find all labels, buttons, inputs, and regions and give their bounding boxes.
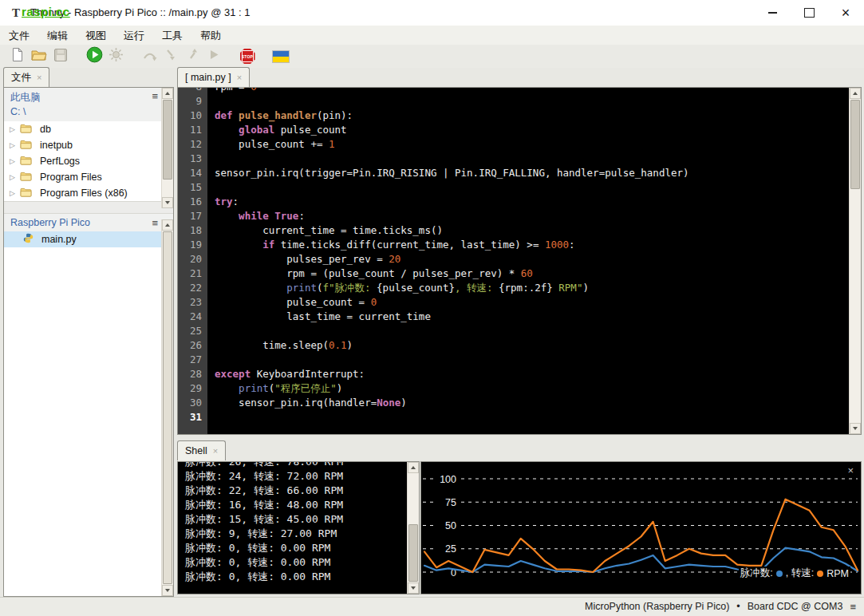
expand-triangle-icon[interactable]: ▷ (10, 173, 20, 181)
step-out-icon (186, 48, 199, 65)
files-scrollbar[interactable] (161, 88, 173, 208)
step-over-button[interactable] (140, 47, 159, 66)
run-script-button[interactable] (85, 47, 104, 66)
line-number: 19 (178, 239, 207, 253)
debug-script-button[interactable] (106, 47, 125, 66)
menu-item-2[interactable]: 编辑 (38, 26, 77, 46)
current-path[interactable]: C: \ (4, 105, 173, 121)
close-button[interactable]: × (827, 0, 864, 26)
save-file-button[interactable] (51, 47, 70, 66)
port-status[interactable]: Board CDC @ COM3 (748, 598, 843, 616)
menu-item-5[interactable]: 工具 (153, 26, 191, 46)
menu-item-3[interactable]: 视图 (77, 26, 115, 46)
files-tab[interactable]: 文件 × (3, 67, 49, 87)
code-line-21[interactable]: rpm = (pulse_count / pulses_per_rev) * 6… (207, 267, 848, 282)
file-name: main.py (41, 234, 77, 245)
code-line-31[interactable] (207, 411, 848, 425)
new-file-button[interactable] (8, 47, 27, 66)
folder-row-perflogs[interactable]: ▷PerfLogs (4, 153, 173, 169)
scroll-up-icon[interactable] (162, 88, 173, 99)
shell-tab[interactable]: Shell × (177, 440, 226, 460)
scroll-up-icon[interactable] (408, 462, 419, 473)
step-into-icon (164, 48, 177, 65)
files-tab-close-icon[interactable]: × (37, 73, 41, 82)
code-line-27[interactable] (207, 353, 848, 368)
folder-row-program-files[interactable]: ▷Program Files (4, 169, 173, 185)
device-scrollbar-thumb[interactable] (163, 231, 172, 584)
scroll-up-icon[interactable] (850, 88, 861, 99)
editor-tab-main-py[interactable]: [ main.py ] × (177, 67, 250, 87)
code-line-11[interactable]: global pulse_count (207, 124, 848, 138)
resume-button[interactable] (204, 47, 223, 66)
code-line-22[interactable]: print(f"脉冲数: {pulse_count}, 转速: {rpm:.2f… (207, 282, 848, 296)
stop-restart-button[interactable]: STOP (238, 47, 257, 66)
editor-tab-close-icon[interactable]: × (237, 73, 242, 82)
code-line-25[interactable] (207, 325, 848, 339)
code-line-20[interactable]: pulses_per_rev = 20 (207, 253, 848, 267)
scroll-up-icon[interactable] (162, 219, 173, 231)
code-line-10[interactable]: def pulse_handler(pin): (207, 109, 848, 124)
new-file-icon (10, 47, 25, 65)
code-line-23[interactable]: pulse_count = 0 (207, 296, 848, 310)
shell-tab-close-icon[interactable]: × (213, 447, 218, 456)
code-line-14[interactable]: sensor_pin.irq(trigger=Pin.IRQ_RISING | … (207, 167, 848, 181)
expand-triangle-icon[interactable]: ▷ (10, 125, 20, 133)
editor-scrollbar[interactable] (849, 88, 861, 434)
code-line-16[interactable]: try: (207, 195, 848, 210)
folder-name: db (40, 124, 51, 135)
line-number: 14 (178, 167, 207, 181)
folder-row-program-files-x86-[interactable]: ▷Program Files (x86) (4, 185, 173, 201)
device-scrollbar[interactable] (161, 219, 173, 596)
device-menu-icon[interactable]: ≡ (152, 218, 158, 228)
step-out-button[interactable] (183, 47, 202, 66)
code-editor[interactable]: 8910111213141516171819202122232425262728… (177, 87, 862, 435)
device-file-main-py[interactable]: main.py (4, 231, 173, 247)
code-area[interactable]: rpm = 0 def pulse_handler(pin): global p… (207, 88, 848, 434)
scroll-down-icon[interactable] (162, 197, 173, 208)
shell-scrollbar[interactable] (407, 462, 419, 594)
scroll-down-icon[interactable] (162, 585, 173, 596)
code-line-17[interactable]: while True: (207, 210, 848, 224)
files-scrollbar-thumb[interactable] (163, 100, 172, 180)
code-line-8[interactable]: rpm = 0 (207, 88, 848, 95)
code-line-18[interactable]: current_time = time.ticks_ms() (207, 224, 848, 239)
code-line-13[interactable] (207, 152, 848, 167)
step-into-button[interactable] (161, 47, 180, 66)
line-number: 17 (178, 210, 207, 224)
expand-triangle-icon[interactable]: ▷ (10, 141, 20, 149)
minimize-button[interactable] (754, 0, 791, 26)
ukraine-flag-button[interactable] (271, 47, 290, 66)
code-line-15[interactable] (207, 181, 848, 195)
expand-triangle-icon[interactable]: ▷ (10, 157, 20, 165)
menu-item-6[interactable]: 帮助 (191, 26, 230, 46)
expand-triangle-icon[interactable]: ▷ (10, 189, 20, 197)
code-line-29[interactable]: print("程序已停止") (207, 382, 848, 397)
code-line-12[interactable]: pulse_count += 1 (207, 138, 848, 152)
editor-scrollbar-thumb[interactable] (850, 100, 860, 189)
scroll-down-icon[interactable] (850, 423, 861, 434)
shell-panel[interactable]: 脉冲数: 26, 转速: 78.00 RPM脉冲数: 24, 转速: 72.00… (177, 461, 420, 594)
folder-row-db[interactable]: ▷db (4, 121, 173, 137)
scroll-down-icon[interactable] (408, 582, 419, 594)
open-file-button[interactable] (30, 47, 49, 66)
open-file-icon (31, 48, 48, 65)
menu-item-1[interactable]: 文件 (0, 26, 38, 46)
shell-output[interactable]: 脉冲数: 26, 转速: 78.00 RPM脉冲数: 24, 转速: 72.00… (178, 462, 407, 594)
code-line-19[interactable]: if time.ticks_diff(current_time, last_ti… (207, 239, 848, 253)
plotter-close-icon[interactable]: × (847, 464, 854, 476)
code-line-28[interactable]: except KeyboardInterrupt: (207, 368, 848, 382)
maximize-button[interactable] (791, 0, 827, 26)
shell-scrollbar-thumb[interactable] (408, 524, 418, 582)
statusbar-menu-icon[interactable]: ≡ (850, 598, 856, 616)
folder-row-inetpub[interactable]: ▷inetpub (4, 137, 173, 153)
panel-divider[interactable] (4, 201, 173, 214)
thonny-window: { "window": { "title": "Thonny - Raspber… (0, 0, 864, 616)
interpreter-status[interactable]: MicroPython (Raspberry Pi Pico) (585, 598, 729, 616)
code-line-30[interactable]: sensor_pin.irq(handler=None) (207, 397, 848, 411)
menu-item-4[interactable]: 运行 (115, 26, 153, 46)
code-line-9[interactable] (207, 95, 848, 109)
files-menu-icon[interactable]: ≡ (152, 91, 158, 101)
shell-output-line: 脉冲数: 15, 转速: 45.00 RPM (185, 512, 407, 527)
code-line-24[interactable]: last_time = current_time (207, 310, 848, 325)
code-line-26[interactable]: time.sleep(0.1) (207, 339, 848, 353)
